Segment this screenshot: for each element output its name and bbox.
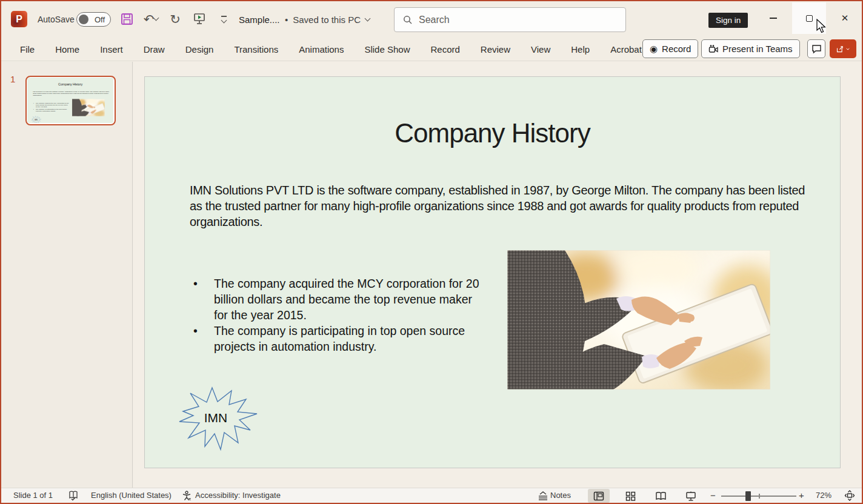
zoom-level[interactable]: 72% (816, 491, 831, 500)
bullet-item[interactable]: • The company is participating in top op… (33, 108, 69, 111)
slide-photo-tablet-hands[interactable] (507, 250, 770, 390)
slide-indicator[interactable]: Slide 1 of 1 (13, 491, 53, 500)
powerpoint-window: P AutoSave Off ↶ ↻ (0, 0, 863, 504)
tab-slide-show[interactable]: Slide Show (354, 38, 420, 61)
save-status[interactable]: • Saved to this PC (285, 15, 370, 25)
bullet-item[interactable]: • The company acquired the MCY corporati… (190, 276, 484, 323)
zoom-slider-center-tick (759, 494, 760, 499)
accessibility-status[interactable]: Accessibility: Investigate (195, 491, 281, 500)
slide-sorter-icon (625, 491, 636, 501)
slide-paragraph[interactable]: IMN Solutions PVT LTD is the software co… (33, 91, 110, 97)
slide-canvas[interactable]: Company History IMN Solutions PVT LTD is… (144, 76, 841, 468)
slide-thumbnail-preview: Company History IMN Solutions PVT LTD is… (27, 78, 113, 123)
comments-button[interactable] (807, 39, 825, 58)
slide-title[interactable]: Company History (27, 82, 113, 86)
separator-dot: • (285, 15, 288, 25)
save-status-label: Saved to this PC (293, 15, 361, 25)
comment-icon (811, 44, 822, 54)
tab-transitions[interactable]: Transitions (224, 38, 288, 61)
tab-help[interactable]: Help (561, 38, 600, 61)
document-title[interactable]: Sample.... (239, 15, 280, 25)
minimize-button[interactable] (756, 2, 790, 34)
spell-check-icon[interactable] (68, 490, 79, 501)
tab-review[interactable]: Review (470, 38, 521, 61)
slide-thumbnail[interactable]: Company History IMN Solutions PVT LTD is… (25, 76, 116, 125)
autosave-toggle-state: Off (95, 15, 105, 24)
zoom-in-button[interactable]: + (799, 490, 804, 500)
undo-icon[interactable]: ↶ (143, 11, 159, 27)
bullet-marker: • (193, 276, 198, 291)
close-button[interactable]: ✕ (828, 2, 862, 34)
starburst-label: IMN (35, 119, 38, 121)
slide-thumbnail-panel: 1 Company History IMN Solutions PVT LTD … (1, 62, 133, 488)
quick-access-toolbar: ↶ ↻ (119, 11, 232, 27)
slide-bullet-list[interactable]: • The company acquired the MCY corporati… (190, 276, 484, 354)
notes-button[interactable]: Notes (550, 491, 571, 500)
reading-view-button[interactable] (650, 489, 671, 503)
mouse-cursor (816, 19, 828, 35)
slide-show-view-button[interactable] (680, 489, 702, 503)
share-dropdown-chevron-icon (846, 47, 850, 51)
customize-quick-access-toolbar-icon[interactable] (216, 11, 232, 27)
accessibility-icon[interactable] (181, 490, 192, 501)
ribbon-tab-bar: File Home Insert Draw Design Transitions… (1, 38, 862, 61)
share-button[interactable] (830, 39, 856, 58)
tab-design[interactable]: Design (175, 38, 224, 61)
slide-thumbnail-number: 1 (10, 74, 15, 84)
tab-view[interactable]: View (521, 38, 561, 61)
starburst-shape[interactable]: IMN (32, 116, 41, 123)
tab-home[interactable]: Home (45, 38, 90, 61)
tab-draw[interactable]: Draw (133, 38, 175, 61)
slide-title[interactable]: Company History (145, 118, 840, 148)
start-slideshow-icon[interactable] (192, 11, 207, 27)
camera-icon (708, 44, 718, 54)
tab-file[interactable]: File (10, 38, 45, 61)
autosave-label: AutoSave (38, 15, 75, 24)
search-icon (403, 15, 413, 25)
bullet-marker: • (33, 102, 34, 104)
slide-paragraph[interactable]: IMN Solutions PVT LTD is the software co… (190, 182, 811, 230)
record-button[interactable]: ◉ Record (642, 39, 698, 58)
save-status-chevron-icon (365, 16, 370, 21)
slide-editing-area: Company History IMN Solutions PVT LTD is… (133, 62, 862, 488)
slide-sorter-view-button[interactable] (619, 489, 641, 503)
sign-in-button[interactable]: Sign in (708, 13, 748, 28)
tab-insert[interactable]: Insert (90, 38, 133, 61)
search-bar[interactable] (394, 7, 626, 32)
status-bar: Slide 1 of 1 English (United States) Acc… (1, 488, 862, 503)
starburst-shape[interactable]: IMN (178, 386, 258, 451)
reading-view-icon (655, 491, 667, 501)
bullet-marker: • (193, 323, 198, 339)
autosave-toggle-knob (79, 15, 88, 24)
zoom-out-button[interactable]: − (710, 490, 716, 500)
redo-icon[interactable]: ↻ (167, 11, 183, 27)
bullet-marker: • (33, 108, 34, 110)
ribbon-tabs: File Home Insert Draw Design Transitions… (10, 38, 652, 61)
tab-record[interactable]: Record (420, 38, 470, 61)
slide-bullet-list[interactable]: • The company acquired the MCY corporati… (33, 102, 69, 112)
language-indicator[interactable]: English (United States) (91, 491, 172, 500)
present-in-teams-button[interactable]: Present in Teams (701, 39, 800, 58)
slide-photo-tablet-hands[interactable] (72, 99, 105, 116)
fit-slide-to-window-icon[interactable] (844, 490, 856, 501)
normal-view-button[interactable] (588, 489, 610, 503)
search-input[interactable] (419, 15, 601, 25)
title-bar: P AutoSave Off ↶ ↻ (1, 1, 862, 38)
notes-icon (537, 490, 549, 501)
bullet-item[interactable]: • The company is participating in top op… (190, 323, 484, 354)
starburst-label: IMN (204, 411, 228, 425)
normal-view-icon (593, 491, 604, 501)
slide-canvas[interactable]: Company History IMN Solutions PVT LTD is… (27, 78, 113, 123)
share-icon (836, 44, 844, 54)
bullet-item[interactable]: • The company acquired the MCY corporati… (33, 102, 69, 108)
tab-animations[interactable]: Animations (288, 38, 354, 61)
undo-dropdown-icon[interactable] (154, 16, 158, 20)
record-icon: ◉ (650, 44, 658, 53)
powerpoint-app-icon[interactable]: P (11, 11, 27, 27)
zoom-slider-handle[interactable] (745, 491, 751, 501)
autosave-toggle[interactable]: Off (76, 12, 111, 27)
save-icon[interactable] (119, 11, 135, 27)
slide-show-icon (685, 491, 696, 501)
